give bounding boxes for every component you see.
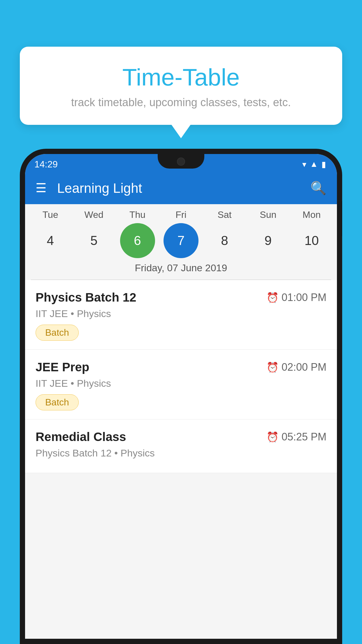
day-4[interactable]: 4 — [33, 223, 68, 258]
schedule-item-1-time: ⏰ 01:00 PM — [266, 291, 326, 304]
schedule-item-1-meta: IIT JEE • Physics — [36, 308, 326, 319]
wifi-icon: ▾ — [302, 160, 306, 169]
tooltip-title: Time-Table — [34, 64, 328, 90]
selected-date-label: Friday, 07 June 2019 — [25, 258, 337, 279]
phone-side-button-right — [342, 201, 342, 236]
clock-icon-1: ⏰ — [266, 292, 279, 303]
phone-camera — [177, 158, 185, 166]
day-header-sun: Sun — [251, 209, 286, 220]
calendar-strip: Tue Wed Thu Fri Sat Sun Mon 4 5 6 7 8 9 … — [25, 204, 337, 280]
schedule-item-1-time-label: 01:00 PM — [282, 291, 326, 304]
hamburger-icon[interactable]: ☰ — [36, 182, 47, 194]
day-headers: Tue Wed Thu Fri Sat Sun Mon — [25, 209, 337, 220]
day-header-wed: Wed — [76, 209, 111, 220]
day-header-tue: Tue — [33, 209, 68, 220]
batch-tag-2: Batch — [36, 394, 79, 410]
day-7-selected[interactable]: 7 — [164, 223, 198, 258]
day-header-fri: Fri — [164, 209, 198, 220]
schedule-item-3-time-label: 05:25 PM — [282, 431, 326, 443]
search-icon[interactable]: 🔍 — [310, 181, 326, 196]
schedule-item-2-meta: IIT JEE • Physics — [36, 378, 326, 389]
batch-tag-1: Batch — [36, 325, 79, 341]
schedule-item-1-title: Physics Batch 12 — [36, 290, 136, 304]
status-icons: ▾ ▲ ▮ — [302, 160, 326, 169]
phone-screen: 14:29 ▾ ▲ ▮ ☰ Learning Light 🔍 Tue Wed T… — [25, 154, 337, 639]
tooltip-card: Time-Table track timetable, upcoming cla… — [20, 47, 342, 125]
day-9[interactable]: 9 — [251, 223, 286, 258]
day-5[interactable]: 5 — [76, 223, 111, 258]
day-10[interactable]: 10 — [294, 223, 329, 258]
clock-icon-2: ⏰ — [266, 361, 279, 373]
day-numbers: 4 5 6 7 8 9 10 — [25, 223, 337, 258]
schedule-item-3-time: ⏰ 05:25 PM — [266, 431, 326, 443]
schedule-item-1-header: Physics Batch 12 ⏰ 01:00 PM — [36, 290, 326, 304]
day-header-sat: Sat — [207, 209, 242, 220]
schedule-item-3-header: Remedial Class ⏰ 05:25 PM — [36, 430, 326, 444]
day-header-mon: Mon — [294, 209, 329, 220]
schedule-item-2-header: JEE Prep ⏰ 02:00 PM — [36, 360, 326, 374]
schedule-item-3[interactable]: Remedial Class ⏰ 05:25 PM Physics Batch … — [25, 419, 337, 473]
phone-frame: 14:29 ▾ ▲ ▮ ☰ Learning Light 🔍 Tue Wed T… — [20, 149, 342, 644]
schedule-item-2-time-label: 02:00 PM — [282, 361, 326, 373]
phone-side-button-left — [20, 201, 20, 225]
signal-icon: ▲ — [310, 160, 318, 169]
day-8[interactable]: 8 — [207, 223, 242, 258]
schedule-item-2-time: ⏰ 02:00 PM — [266, 361, 326, 373]
day-header-thu: Thu — [120, 209, 155, 220]
schedule-list: Physics Batch 12 ⏰ 01:00 PM IIT JEE • Ph… — [25, 280, 337, 473]
schedule-item-2-title: JEE Prep — [36, 360, 89, 374]
phone-notch — [158, 154, 204, 169]
schedule-item-3-meta: Physics Batch 12 • Physics — [36, 447, 326, 459]
status-time: 14:29 — [34, 159, 58, 170]
day-6-today[interactable]: 6 — [120, 223, 155, 258]
app-header: ☰ Learning Light 🔍 — [25, 172, 337, 204]
schedule-item-1[interactable]: Physics Batch 12 ⏰ 01:00 PM IIT JEE • Ph… — [25, 280, 337, 350]
clock-icon-3: ⏰ — [266, 431, 279, 443]
schedule-item-2[interactable]: JEE Prep ⏰ 02:00 PM IIT JEE • Physics Ba… — [25, 350, 337, 419]
app-title: Learning Light — [57, 180, 300, 196]
battery-icon: ▮ — [321, 160, 326, 169]
tooltip-subtitle: track timetable, upcoming classes, tests… — [34, 96, 328, 109]
schedule-item-3-title: Remedial Class — [36, 430, 126, 444]
